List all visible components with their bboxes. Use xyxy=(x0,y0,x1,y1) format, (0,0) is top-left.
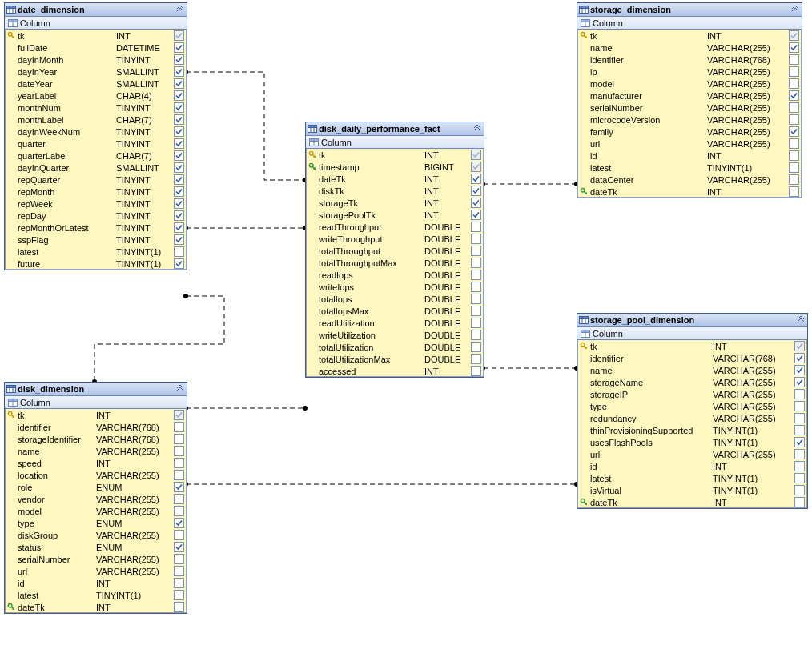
column-row[interactable]: typeENUM xyxy=(5,517,187,529)
column-checkbox[interactable] xyxy=(174,506,184,516)
column-row[interactable]: quarterLabelCHAR(7) xyxy=(5,150,187,162)
column-checkbox[interactable] xyxy=(789,126,799,137)
collapse-icon[interactable] xyxy=(472,124,482,134)
column-checkbox[interactable] xyxy=(789,162,799,173)
column-row[interactable]: identifierVARCHAR(768) xyxy=(5,421,187,433)
column-row[interactable]: statusENUM xyxy=(5,541,187,553)
column-row[interactable]: repMonthTINYINT xyxy=(5,186,187,198)
column-row[interactable]: dayInMonthTINYINT xyxy=(5,54,187,66)
column-row[interactable]: tkINT xyxy=(306,149,484,161)
column-row[interactable]: diskGroupVARCHAR(255) xyxy=(5,529,187,541)
column-checkbox[interactable] xyxy=(794,341,805,351)
column-row[interactable]: identifierVARCHAR(768) xyxy=(577,352,807,364)
collapse-icon[interactable] xyxy=(790,5,800,14)
column-checkbox[interactable] xyxy=(794,485,805,495)
table-storage_dimension[interactable]: storage_dimensionColumntkINTnameVARCHAR(… xyxy=(577,2,802,198)
column-checkbox[interactable] xyxy=(174,446,184,456)
column-row[interactable]: nameVARCHAR(255) xyxy=(577,42,802,54)
column-row[interactable]: latestTINYINT(1) xyxy=(5,589,187,601)
column-checkbox[interactable] xyxy=(471,330,481,340)
column-row[interactable]: dateTkINT xyxy=(306,173,484,185)
column-row[interactable]: dateTkINT xyxy=(577,186,802,198)
column-row[interactable]: speedINT xyxy=(5,457,187,469)
column-checkbox[interactable] xyxy=(789,174,799,185)
column-checkbox[interactable] xyxy=(174,150,184,161)
column-checkbox[interactable] xyxy=(794,461,805,471)
column-checkbox[interactable] xyxy=(471,282,481,292)
column-checkbox[interactable] xyxy=(789,30,799,41)
column-row[interactable]: latestTINYINT(1) xyxy=(5,246,187,258)
column-row[interactable]: urlVARCHAR(255) xyxy=(5,565,187,577)
column-checkbox[interactable] xyxy=(794,425,805,435)
column-row[interactable]: roleENUM xyxy=(5,481,187,493)
column-row[interactable]: sspFlagTINYINT xyxy=(5,234,187,246)
column-checkbox[interactable] xyxy=(174,530,184,540)
column-checkbox[interactable] xyxy=(471,342,481,352)
column-checkbox[interactable] xyxy=(174,482,184,492)
column-row[interactable]: redundancyVARCHAR(255) xyxy=(577,412,807,424)
column-row[interactable]: storageNameVARCHAR(255) xyxy=(577,376,807,388)
column-checkbox[interactable] xyxy=(174,578,184,588)
column-checkbox[interactable] xyxy=(471,210,481,220)
column-row[interactable]: tkINT xyxy=(577,30,802,42)
column-checkbox[interactable] xyxy=(789,114,799,125)
column-row[interactable]: repMonthOrLatestTINYINT xyxy=(5,222,187,234)
column-row[interactable]: idINT xyxy=(577,150,802,162)
column-row[interactable]: totalUtilizationDOUBLE xyxy=(306,341,484,353)
column-checkbox[interactable] xyxy=(174,590,184,600)
column-checkbox[interactable] xyxy=(794,437,805,447)
column-checkbox[interactable] xyxy=(471,222,481,232)
column-checkbox[interactable] xyxy=(174,30,184,41)
column-checkbox[interactable] xyxy=(794,473,805,483)
column-row[interactable]: totalIopsDOUBLE xyxy=(306,293,484,305)
column-row[interactable]: locationVARCHAR(255) xyxy=(5,469,187,481)
column-checkbox[interactable] xyxy=(794,497,805,507)
column-row[interactable]: readIopsDOUBLE xyxy=(306,269,484,281)
column-row[interactable]: tkINT xyxy=(5,409,187,421)
column-row[interactable]: tkINT xyxy=(5,30,187,42)
column-row[interactable]: idINT xyxy=(5,577,187,589)
column-checkbox[interactable] xyxy=(174,258,184,269)
column-row[interactable]: dayInQuarterSMALLINT xyxy=(5,162,187,174)
column-checkbox[interactable] xyxy=(174,554,184,564)
column-row[interactable]: serialNumberVARCHAR(255) xyxy=(577,102,802,114)
column-row[interactable]: manufacturerVARCHAR(255) xyxy=(577,90,802,102)
table-storage_pool_dimension[interactable]: storage_pool_dimensionColumntkINTidentif… xyxy=(577,313,808,509)
column-checkbox[interactable] xyxy=(174,434,184,444)
collapse-icon[interactable] xyxy=(796,315,806,325)
column-checkbox[interactable] xyxy=(471,294,481,304)
column-row[interactable]: dayInYearSMALLINT xyxy=(5,66,187,78)
column-checkbox[interactable] xyxy=(789,66,799,77)
column-checkbox[interactable] xyxy=(471,186,481,196)
column-checkbox[interactable] xyxy=(471,150,481,160)
column-checkbox[interactable] xyxy=(174,210,184,221)
column-checkbox[interactable] xyxy=(471,174,481,184)
column-checkbox[interactable] xyxy=(174,162,184,173)
collapse-icon[interactable] xyxy=(175,384,185,394)
column-row[interactable]: totalUtilizationMaxDOUBLE xyxy=(306,353,484,365)
column-checkbox[interactable] xyxy=(174,102,184,113)
column-row[interactable]: repWeekTINYINT xyxy=(5,198,187,210)
column-checkbox[interactable] xyxy=(789,90,799,101)
column-row[interactable]: urlVARCHAR(255) xyxy=(577,448,807,460)
column-checkbox[interactable] xyxy=(471,234,481,244)
column-row[interactable]: dateTkINT xyxy=(577,496,807,508)
column-row[interactable]: storagePoolTkINT xyxy=(306,209,484,221)
column-checkbox[interactable] xyxy=(174,66,184,77)
column-row[interactable]: diskTkINT xyxy=(306,185,484,197)
table-title-bar[interactable]: disk_dimension xyxy=(5,383,187,396)
column-checkbox[interactable] xyxy=(174,410,184,420)
column-row[interactable]: dataCenterVARCHAR(255) xyxy=(577,174,802,186)
column-row[interactable]: nameVARCHAR(255) xyxy=(577,364,807,376)
column-checkbox[interactable] xyxy=(174,138,184,149)
column-row[interactable]: tkINT xyxy=(577,340,807,352)
table-title-bar[interactable]: storage_pool_dimension xyxy=(577,314,807,327)
column-row[interactable]: timestampBIGINT xyxy=(306,161,484,173)
column-row[interactable]: latestTINYINT(1) xyxy=(577,162,802,174)
column-checkbox[interactable] xyxy=(174,78,184,89)
column-checkbox[interactable] xyxy=(794,413,805,423)
column-checkbox[interactable] xyxy=(174,602,184,612)
column-row[interactable]: idINT xyxy=(577,460,807,472)
column-row[interactable]: dayInWeekNumTINYINT xyxy=(5,126,187,138)
column-row[interactable]: dateYearSMALLINT xyxy=(5,78,187,90)
